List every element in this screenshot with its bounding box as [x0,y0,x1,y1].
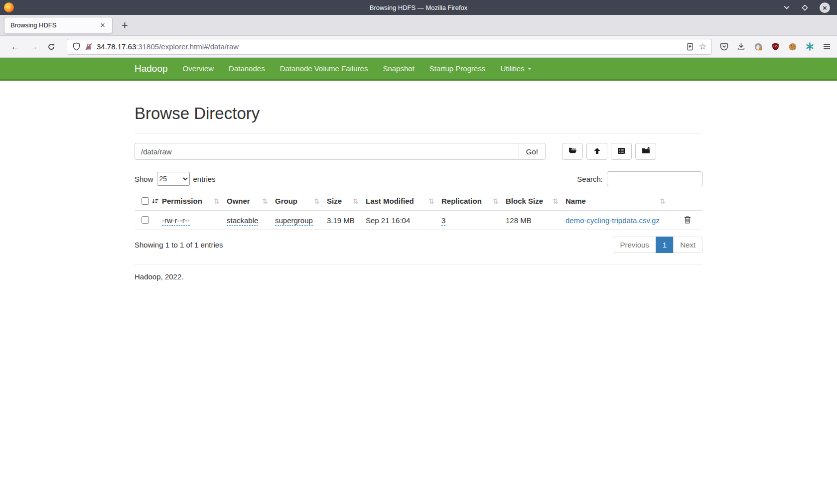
entries-label: entries [193,175,216,183]
nav-overview[interactable]: Overview [175,64,222,73]
colorful-asterisk-icon[interactable] [806,42,814,51]
url-path: :31805/explorer.html#/data/raw [136,42,239,51]
sort-icon[interactable]: ⇅ [553,197,558,205]
col-replication[interactable]: Replication [441,197,482,205]
tab-title: Browsing HDFS [10,21,99,29]
directory-path-input[interactable] [135,143,519,160]
svg-text:UO: UO [774,45,778,48]
file-link[interactable]: demo-cycling-tripdata.csv.gz [565,216,660,225]
search-label: Search: [577,175,603,183]
menu-icon[interactable] [823,42,831,51]
table-controls: Show 25 entries Search: [135,171,702,186]
insecure-lock-icon[interactable] [85,43,93,51]
pagination-next[interactable]: Next [673,237,702,253]
nav-snapshot[interactable]: Snapshot [375,64,421,73]
folder-new-icon [642,147,650,156]
cookie-icon[interactable] [788,42,797,51]
col-permission[interactable]: Permission [162,197,202,205]
table-footer: Showing 1 to 1 of 1 entries Previous 1 N… [135,237,702,253]
list-button[interactable] [611,143,632,160]
shield-icon[interactable] [72,42,81,51]
col-last-modified[interactable]: Last Modified [366,197,414,205]
pocket-icon[interactable] [720,42,728,51]
select-all-checkbox[interactable] [141,197,149,205]
privacy-badger-icon[interactable] [754,42,763,51]
col-owner[interactable]: Owner [227,197,250,205]
ublock-icon[interactable]: UO [771,42,780,51]
footer-divider [135,264,702,264]
cell-group[interactable]: supergroup [275,216,313,226]
heading-divider [135,133,702,133]
sort-icon[interactable]: ⇅ [428,197,434,205]
download-icon[interactable] [737,42,745,51]
show-label: Show [135,175,153,183]
tab-bar: Browsing HDFS × + [0,15,837,36]
col-size[interactable]: Size [327,197,342,205]
show-entries-control: Show 25 entries [135,172,216,186]
entries-info: Showing 1 to 1 of 1 entries [135,241,223,249]
cell-replication[interactable]: 3 [441,216,445,226]
col-name[interactable]: Name [565,197,586,205]
window-maximize-icon[interactable] [802,4,808,11]
nav-datanode-volume-failures[interactable]: Datanode Volume Failures [273,64,376,73]
window-close-icon[interactable]: × [820,2,830,13]
search-input[interactable] [607,171,702,186]
sort-icon[interactable]: ⇅ [493,197,499,205]
col-block-size[interactable]: Block Size [506,197,543,205]
new-folder-button[interactable] [635,143,656,160]
nav-utilities-label: Utilities [500,64,524,73]
window-controls: × [783,2,837,13]
forward-button[interactable]: → [29,41,38,52]
sort-icon[interactable]: ⇅ [214,197,220,205]
window-title: Browsing HDFS — Mozilla Firefox [370,4,468,11]
folder-open-icon [568,147,577,156]
list-alt-icon [617,147,625,156]
cell-owner[interactable]: stackable [227,216,258,226]
bookmark-star-icon[interactable]: ☆ [699,41,706,52]
cell-block-size: 128 MB [506,216,532,225]
cell-last-modified: Sep 21 16:04 [366,216,410,225]
titlebar: Browsing HDFS — Mozilla Firefox × [0,0,837,15]
file-action-buttons [562,143,656,160]
navbar-brand[interactable]: Hadoop [135,63,175,74]
row-checkbox[interactable] [141,216,149,224]
browse-form: Go! [135,143,702,160]
pagination: Previous 1 Next [613,237,702,253]
back-button[interactable]: ← [10,41,20,52]
new-tab-button[interactable]: + [122,20,128,31]
sort-icon[interactable]: ⇅ [660,197,666,205]
go-button[interactable]: Go! [519,143,546,160]
sort-icon[interactable]: ⇅ [314,197,320,205]
window-close-glyph: × [823,4,827,11]
upload-icon [593,147,601,156]
toolbar-extensions: UO [720,42,831,51]
entries-select[interactable]: 25 [157,172,190,186]
sort-ascending-icon[interactable] [151,198,159,204]
file-table: Permission⇅ Owner⇅ Group⇅ Size⇅ Last Mod… [135,192,702,230]
cell-permission[interactable]: -rw-r--r-- [162,216,190,226]
navbar-inner: Hadoop Overview Datanodes Datanode Volum… [127,58,710,79]
nav-utilities[interactable]: Utilities [493,64,539,73]
folder-open-button[interactable] [562,143,583,160]
tab-close-icon[interactable]: × [99,21,106,29]
url-host: 34.78.17.63 [97,42,136,51]
tab-browsing-hdfs[interactable]: Browsing HDFS × [4,17,113,34]
sort-icon[interactable]: ⇅ [262,197,268,205]
col-group[interactable]: Group [275,197,297,205]
upload-button[interactable] [586,143,607,160]
trash-icon[interactable] [684,216,691,224]
firefox-window: Browsing HDFS — Mozilla Firefox × Browsi… [0,0,837,504]
sort-icon[interactable]: ⇅ [353,197,359,205]
firefox-logo-icon [4,2,14,12]
reload-button[interactable] [47,43,55,51]
pagination-page-1[interactable]: 1 [656,237,674,253]
window-minimize-icon[interactable] [783,4,790,11]
cell-size: 3.19 MB [327,216,355,225]
reader-mode-icon[interactable] [686,43,694,51]
nav-startup-progress[interactable]: Startup Progress [422,64,493,73]
nav-datanodes[interactable]: Datanodes [221,64,273,73]
page-title: Browse Directory [135,104,702,123]
table-header-row: Permission⇅ Owner⇅ Group⇅ Size⇅ Last Mod… [135,192,702,211]
url-bar[interactable]: 34.78.17.63:31805/explorer.html#/data/ra… [67,39,712,55]
pagination-previous[interactable]: Previous [613,237,656,253]
